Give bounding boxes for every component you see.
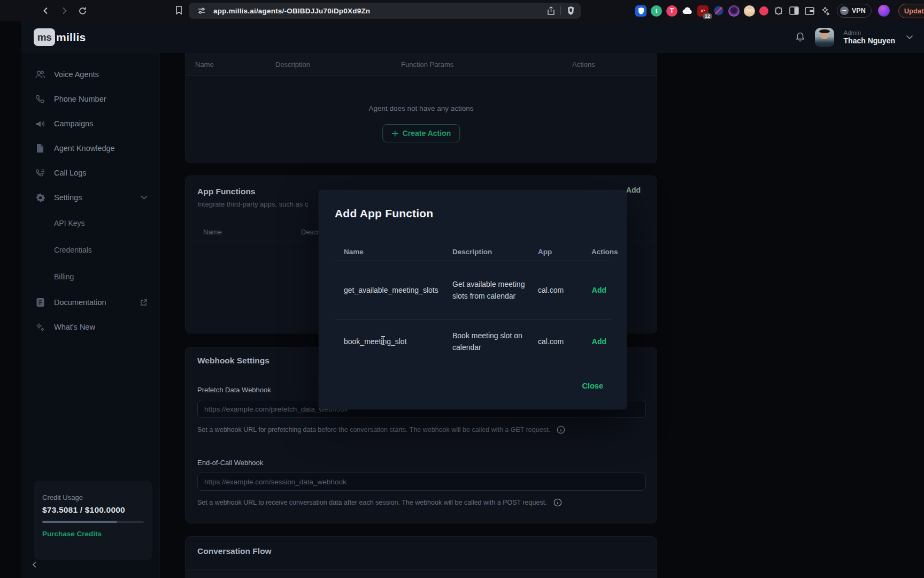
extension-badge: 12 <box>703 13 712 19</box>
browser-profile-avatar[interactable] <box>878 5 890 17</box>
update-button[interactable]: Update <box>898 4 924 18</box>
site-settings-icon[interactable] <box>197 6 206 15</box>
sidebar-item-whats-new[interactable]: What's New <box>21 315 159 339</box>
brave-shield-icon[interactable] <box>566 6 575 16</box>
modal-close-button[interactable]: Close <box>582 382 604 390</box>
sidebar-item-label: Campaigns <box>54 119 159 128</box>
function-description: Book meeting slot on calendar <box>452 330 533 353</box>
sidebar-item-billing[interactable]: Billing <box>21 263 159 290</box>
modal-title: Add App Function <box>335 207 433 220</box>
prefetch-webhook-help: Set a webhook URL for prefetching data b… <box>197 425 565 434</box>
ip-extension-icon[interactable]: IP 12 <box>697 5 709 17</box>
millis-logo[interactable]: ms millis <box>34 28 86 46</box>
sidebar-toggle-icon[interactable] <box>788 5 799 17</box>
credit-usage-value: $73.5081 / $100.0000 <box>42 505 144 515</box>
settings-chevron-down-icon <box>141 195 148 200</box>
green-t-extension-icon[interactable]: t <box>651 5 662 17</box>
blocker-extension-icon[interactable] <box>713 5 724 17</box>
notifications-bell-icon[interactable] <box>795 32 805 43</box>
sidebar-item-call-logs[interactable]: Call Logs <box>21 161 159 185</box>
info-icon[interactable] <box>557 425 565 434</box>
sidebar-item-label: Call Logs <box>54 169 159 177</box>
sidebar-item-voice-agents[interactable]: Voice Agents <box>21 62 159 87</box>
sidebar-item-settings[interactable]: Settings <box>21 185 159 210</box>
end-of-call-webhook-input[interactable] <box>197 473 646 491</box>
external-link-icon <box>140 299 148 306</box>
column-header: Description <box>275 60 401 69</box>
megaphone-icon <box>35 119 45 128</box>
password-manager-extension-icon[interactable] <box>635 5 646 17</box>
phone-icon <box>35 94 45 104</box>
call-logs-icon <box>35 168 45 178</box>
url-text: app.millis.ai/agents/-OBIBDJJu70iDp0Xd9Z… <box>213 7 370 15</box>
red-t-extension-icon[interactable]: T <box>666 5 677 17</box>
logo-badge: ms <box>34 28 55 46</box>
pink-dot-extension-icon[interactable] <box>759 6 768 16</box>
column-header: App <box>538 248 591 256</box>
sidebar-item-label: Settings <box>54 193 132 202</box>
sidebar-item-credentials[interactable]: Credentials <box>21 237 159 263</box>
prefetch-webhook-label: Prefetch Data Webhook <box>197 386 271 394</box>
avatar-extension-icon[interactable] <box>744 5 755 17</box>
purple-extension-icon[interactable] <box>728 5 740 17</box>
users-icon <box>35 70 45 79</box>
purchase-credits-link[interactable]: Purchase Credits <box>42 530 144 538</box>
sidebar-item-agent-knowledge[interactable]: Agent Knowledge <box>21 136 159 161</box>
bookmark-icon[interactable] <box>175 5 183 15</box>
column-header: Name <box>335 248 452 256</box>
user-menu-chevron-down-icon[interactable] <box>906 35 913 40</box>
create-action-label: Create Action <box>403 129 451 138</box>
sparkles-icon <box>35 322 45 332</box>
function-name: book_meeting_slot <box>335 337 452 346</box>
user-role: Admin <box>844 29 895 36</box>
back-icon[interactable] <box>42 6 50 15</box>
add-function-button[interactable]: Add <box>591 337 611 346</box>
vpn-button[interactable]: VPN <box>837 4 872 18</box>
end-of-call-webhook-help: Set a webhook URL to receive conversatio… <box>197 498 562 507</box>
sidebar-item-phone-number[interactable]: Phone Number <box>21 87 159 111</box>
user-avatar[interactable] <box>815 28 834 47</box>
extensions-puzzle-icon[interactable] <box>773 5 784 17</box>
sidebar-item-label: Agent Knowledge <box>54 144 159 153</box>
sidebar-collapse-chevron-left-icon[interactable] <box>31 561 38 568</box>
url-bar[interactable]: app.millis.ai/agents/-OBIBDJJu70iDp0Xd9Z… <box>189 3 581 19</box>
conversation-flow-table-header <box>186 569 657 578</box>
vpn-label: VPN <box>852 7 866 14</box>
gear-icon <box>35 193 45 203</box>
doc-icon <box>35 298 45 307</box>
column-header: Actions <box>572 60 657 69</box>
add-app-function-button[interactable]: Add <box>626 186 641 194</box>
plus-icon <box>391 130 398 137</box>
app-header: ms millis Admin Thach Nguyen <box>21 21 924 53</box>
share-icon[interactable] <box>547 6 555 16</box>
sidebar-item-campaigns[interactable]: Campaigns <box>21 111 159 136</box>
modal-function-row[interactable]: get_available_meeting_slots Get availabl… <box>335 261 611 320</box>
sidebar-item-label: What's New <box>54 323 159 331</box>
cloud-extension-icon[interactable] <box>682 5 693 17</box>
reload-icon[interactable] <box>78 6 87 16</box>
credit-usage-progressbar <box>42 521 144 523</box>
help-text: Set a webhook URL to receive conversatio… <box>197 499 547 506</box>
vpn-status-icon <box>840 6 849 15</box>
user-info[interactable]: Admin Thach Nguyen <box>844 29 895 46</box>
help-text: Set a webhook URL for prefetching data b… <box>197 426 550 434</box>
add-function-button[interactable]: Add <box>591 286 611 294</box>
sidebar: Voice Agents Phone Number Campaigns Agen… <box>21 53 160 578</box>
actions-empty-state: Agent does not have any actions <box>186 104 657 112</box>
sidebar-item-api-keys[interactable]: API Keys <box>21 210 159 237</box>
modal-function-row[interactable]: book_meeting_slot Book meeting slot on c… <box>335 320 611 363</box>
knowledge-icon <box>35 143 45 153</box>
sidebar-item-documentation[interactable]: Documentation <box>21 290 159 315</box>
leo-ai-sparkle-icon[interactable] <box>819 5 830 17</box>
actions-table-header: Name Description Function Params Actions <box>186 53 657 76</box>
function-description: Get available meeting slots from calenda… <box>452 278 533 302</box>
sidebar-subitem-label: Credentials <box>54 246 92 254</box>
wallet-icon[interactable] <box>804 5 815 17</box>
column-header: Description <box>452 248 538 256</box>
credit-usage-card: Credit Usage $73.5081 / $100.0000 Purcha… <box>34 481 152 560</box>
forward-icon[interactable] <box>60 6 68 15</box>
create-action-button[interactable]: Create Action <box>382 124 460 142</box>
sidebar-item-label: Phone Number <box>54 95 159 103</box>
add-app-function-modal: Add App Function Name Description App Ac… <box>319 190 627 409</box>
info-icon[interactable] <box>553 498 562 507</box>
